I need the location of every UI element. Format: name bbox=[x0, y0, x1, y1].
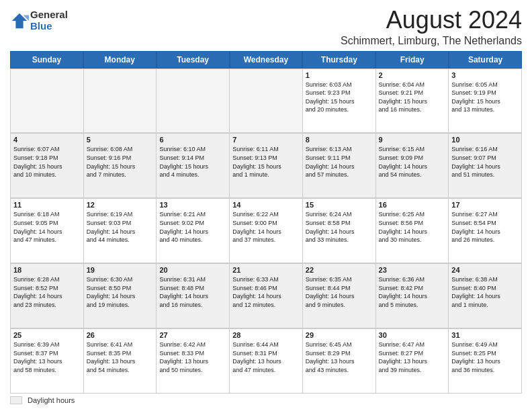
cal-cell: 6Sunrise: 6:10 AM Sunset: 9:14 PM Daylig… bbox=[157, 133, 230, 198]
title-block: August 2024 Schimmert, Limburg, The Neth… bbox=[341, 7, 522, 47]
day-number: 13 bbox=[159, 201, 226, 209]
logo-text: General Blue bbox=[30, 9, 68, 32]
day-info: Sunrise: 6:39 AM Sunset: 8:37 PM Dayligh… bbox=[13, 340, 81, 374]
cal-cell: 22Sunrise: 6:35 AM Sunset: 8:44 PM Dayli… bbox=[303, 263, 376, 328]
location: Schimmert, Limburg, The Netherlands bbox=[341, 35, 522, 47]
day-number: 25 bbox=[13, 331, 81, 339]
header: General Blue August 2024 Schimmert, Limb… bbox=[10, 7, 522, 47]
day-number: 16 bbox=[379, 201, 446, 209]
day-info: Sunrise: 6:21 AM Sunset: 9:02 PM Dayligh… bbox=[159, 210, 226, 244]
day-number: 31 bbox=[451, 331, 519, 339]
day-info: Sunrise: 6:30 AM Sunset: 8:50 PM Dayligh… bbox=[87, 275, 154, 309]
cal-row: 25Sunrise: 6:39 AM Sunset: 8:37 PM Dayli… bbox=[10, 328, 522, 394]
day-info: Sunrise: 6:18 AM Sunset: 9:05 PM Dayligh… bbox=[13, 210, 81, 244]
cal-header-cell: Saturday bbox=[449, 51, 522, 68]
cal-cell: 20Sunrise: 6:31 AM Sunset: 8:48 PM Dayli… bbox=[157, 263, 230, 328]
cal-cell: 30Sunrise: 6:47 AM Sunset: 8:27 PM Dayli… bbox=[376, 328, 449, 394]
day-info: Sunrise: 6:03 AM Sunset: 9:23 PM Dayligh… bbox=[306, 81, 373, 114]
cal-cell: 3Sunrise: 6:05 AM Sunset: 9:19 PM Daylig… bbox=[449, 68, 522, 134]
day-number: 1 bbox=[306, 71, 373, 79]
day-info: Sunrise: 6:33 AM Sunset: 8:46 PM Dayligh… bbox=[232, 275, 300, 309]
cal-header-cell: Sunday bbox=[10, 51, 83, 68]
cal-cell: 10Sunrise: 6:16 AM Sunset: 9:07 PM Dayli… bbox=[449, 133, 522, 198]
cal-header-cell: Tuesday bbox=[157, 51, 230, 68]
cal-cell: 23Sunrise: 6:36 AM Sunset: 8:42 PM Dayli… bbox=[376, 263, 449, 328]
day-info: Sunrise: 6:11 AM Sunset: 9:13 PM Dayligh… bbox=[232, 145, 300, 179]
day-info: Sunrise: 6:07 AM Sunset: 9:18 PM Dayligh… bbox=[13, 145, 81, 179]
cal-row: 4Sunrise: 6:07 AM Sunset: 9:18 PM Daylig… bbox=[10, 133, 522, 198]
cal-header-cell: Wednesday bbox=[230, 51, 303, 68]
logo-blue-text: Blue bbox=[30, 21, 68, 32]
day-info: Sunrise: 6:36 AM Sunset: 8:42 PM Dayligh… bbox=[379, 275, 446, 309]
cal-cell: 1Sunrise: 6:03 AM Sunset: 9:23 PM Daylig… bbox=[303, 68, 376, 134]
day-number: 21 bbox=[232, 266, 300, 274]
day-number: 23 bbox=[379, 266, 446, 274]
day-number: 6 bbox=[159, 136, 226, 144]
cal-cell: 12Sunrise: 6:19 AM Sunset: 9:03 PM Dayli… bbox=[84, 198, 157, 263]
day-info: Sunrise: 6:13 AM Sunset: 9:11 PM Dayligh… bbox=[306, 145, 373, 179]
cal-cell: 18Sunrise: 6:28 AM Sunset: 8:52 PM Dayli… bbox=[11, 263, 84, 328]
cal-header-cell: Monday bbox=[83, 51, 157, 68]
calendar-header: SundayMondayTuesdayWednesdayThursdayFrid… bbox=[10, 51, 522, 68]
cal-cell bbox=[11, 68, 84, 134]
cal-cell: 4Sunrise: 6:07 AM Sunset: 9:18 PM Daylig… bbox=[11, 133, 84, 198]
cal-cell: 15Sunrise: 6:24 AM Sunset: 8:58 PM Dayli… bbox=[303, 198, 376, 263]
day-number: 4 bbox=[13, 136, 81, 144]
logo-general-text: General bbox=[30, 9, 68, 21]
cal-row: 1Sunrise: 6:03 AM Sunset: 9:23 PM Daylig… bbox=[10, 68, 522, 134]
day-info: Sunrise: 6:41 AM Sunset: 8:35 PM Dayligh… bbox=[87, 340, 154, 374]
day-number: 29 bbox=[306, 331, 373, 339]
cal-cell bbox=[230, 68, 303, 134]
cal-cell: 26Sunrise: 6:41 AM Sunset: 8:35 PM Dayli… bbox=[84, 328, 157, 394]
day-info: Sunrise: 6:22 AM Sunset: 9:00 PM Dayligh… bbox=[232, 210, 300, 244]
cal-row: 11Sunrise: 6:18 AM Sunset: 9:05 PM Dayli… bbox=[10, 198, 522, 263]
cal-cell bbox=[157, 68, 230, 134]
day-number: 30 bbox=[379, 331, 446, 339]
cal-cell: 17Sunrise: 6:27 AM Sunset: 8:54 PM Dayli… bbox=[449, 198, 522, 263]
cal-cell: 11Sunrise: 6:18 AM Sunset: 9:05 PM Dayli… bbox=[11, 198, 84, 263]
day-number: 24 bbox=[451, 266, 519, 274]
day-info: Sunrise: 6:27 AM Sunset: 8:54 PM Dayligh… bbox=[451, 210, 519, 244]
day-info: Sunrise: 6:08 AM Sunset: 9:16 PM Dayligh… bbox=[87, 145, 154, 179]
cal-cell: 9Sunrise: 6:15 AM Sunset: 9:09 PM Daylig… bbox=[376, 133, 449, 198]
day-number: 19 bbox=[87, 266, 154, 274]
cal-cell bbox=[84, 68, 157, 134]
day-info: Sunrise: 6:25 AM Sunset: 8:56 PM Dayligh… bbox=[379, 210, 446, 244]
day-number: 7 bbox=[232, 136, 300, 144]
day-number: 27 bbox=[159, 331, 226, 339]
day-info: Sunrise: 6:16 AM Sunset: 9:07 PM Dayligh… bbox=[451, 145, 519, 179]
day-info: Sunrise: 6:10 AM Sunset: 9:14 PM Dayligh… bbox=[159, 145, 226, 179]
day-number: 18 bbox=[13, 266, 81, 274]
day-number: 22 bbox=[306, 266, 373, 274]
legend: Daylight hours bbox=[10, 396, 522, 404]
cal-cell: 21Sunrise: 6:33 AM Sunset: 8:46 PM Dayli… bbox=[230, 263, 303, 328]
cal-cell: 28Sunrise: 6:44 AM Sunset: 8:31 PM Dayli… bbox=[230, 328, 303, 394]
day-number: 8 bbox=[306, 136, 373, 144]
day-number: 5 bbox=[87, 136, 154, 144]
day-number: 10 bbox=[451, 136, 519, 144]
day-number: 17 bbox=[451, 201, 519, 209]
day-info: Sunrise: 6:45 AM Sunset: 8:29 PM Dayligh… bbox=[306, 340, 373, 374]
day-number: 3 bbox=[451, 71, 519, 79]
day-number: 2 bbox=[379, 71, 446, 79]
day-info: Sunrise: 6:24 AM Sunset: 8:58 PM Dayligh… bbox=[306, 210, 373, 244]
legend-box bbox=[10, 396, 22, 404]
day-number: 9 bbox=[379, 136, 446, 144]
cal-cell: 31Sunrise: 6:49 AM Sunset: 8:25 PM Dayli… bbox=[449, 328, 522, 394]
cal-cell: 7Sunrise: 6:11 AM Sunset: 9:13 PM Daylig… bbox=[230, 133, 303, 198]
cal-cell: 13Sunrise: 6:21 AM Sunset: 9:02 PM Dayli… bbox=[157, 198, 230, 263]
month-year: August 2024 bbox=[341, 7, 522, 34]
calendar: SundayMondayTuesdayWednesdayThursdayFrid… bbox=[10, 51, 522, 394]
cal-cell: 19Sunrise: 6:30 AM Sunset: 8:50 PM Dayli… bbox=[84, 263, 157, 328]
cal-cell: 27Sunrise: 6:42 AM Sunset: 8:33 PM Dayli… bbox=[157, 328, 230, 394]
day-info: Sunrise: 6:04 AM Sunset: 9:21 PM Dayligh… bbox=[379, 81, 446, 114]
day-info: Sunrise: 6:38 AM Sunset: 8:40 PM Dayligh… bbox=[451, 275, 519, 309]
day-info: Sunrise: 6:47 AM Sunset: 8:27 PM Dayligh… bbox=[379, 340, 446, 374]
day-number: 14 bbox=[232, 201, 300, 209]
cal-row: 18Sunrise: 6:28 AM Sunset: 8:52 PM Dayli… bbox=[10, 263, 522, 328]
cal-cell: 25Sunrise: 6:39 AM Sunset: 8:37 PM Dayli… bbox=[11, 328, 84, 394]
calendar-body: 1Sunrise: 6:03 AM Sunset: 9:23 PM Daylig… bbox=[10, 68, 522, 394]
logo: General Blue bbox=[10, 9, 68, 32]
day-info: Sunrise: 6:44 AM Sunset: 8:31 PM Dayligh… bbox=[232, 340, 300, 374]
day-number: 12 bbox=[87, 201, 154, 209]
